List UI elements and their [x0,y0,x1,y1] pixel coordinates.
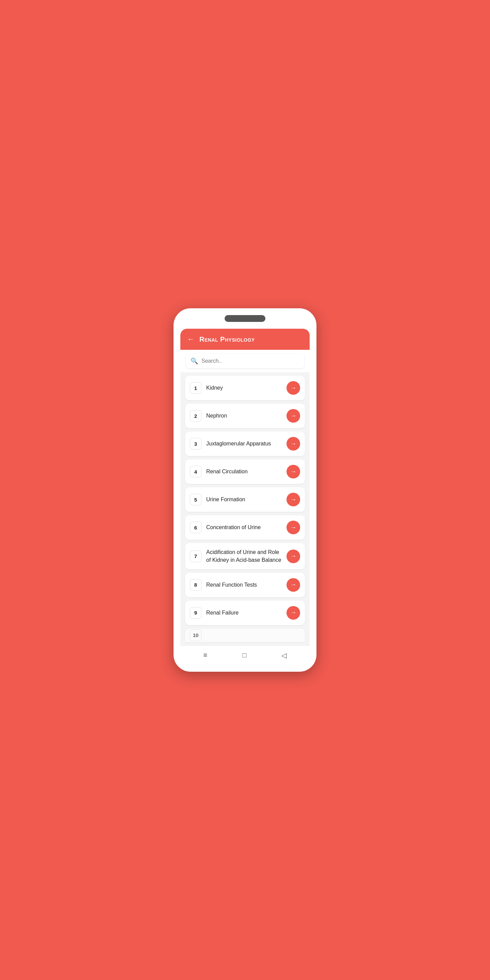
item-label: Renal Circulation [206,468,282,476]
list-item[interactable]: 4 Renal Circulation → [185,460,305,484]
list-item[interactable]: 9 Renal Failure → [185,601,305,625]
arrow-icon: → [290,412,296,420]
arrow-icon: → [290,609,296,616]
partial-list-item: 10 [185,628,305,642]
phone-notch [224,315,266,322]
item-label: Nephron [206,412,282,420]
item-number: 4 [190,466,202,477]
search-input-wrapper: 🔍 [186,354,304,368]
arrow-icon: → [290,553,296,560]
phone-screen: ← Renal Physiology 🔍 1 Kidney → 2 Nephro… [180,329,310,665]
list-item[interactable]: 1 Kidney → [185,375,305,400]
arrow-button[interactable]: → [286,409,300,423]
item-number: 3 [190,438,202,450]
arrow-button[interactable]: → [286,520,300,534]
arrow-button[interactable]: → [286,381,300,395]
app-title: Renal Physiology [199,336,255,343]
arrow-button[interactable]: → [286,606,300,620]
item-label: Urine Formation [206,496,282,503]
item-number: 6 [190,522,202,533]
back-button[interactable]: ← [187,335,195,344]
search-icon: 🔍 [191,357,198,365]
bottom-nav: ≡ □ ◁ [180,646,310,665]
arrow-button[interactable]: → [286,550,300,563]
search-bar-container: 🔍 [180,350,310,372]
list-item[interactable]: 8 Renal Function Tests → [185,573,305,597]
list-item[interactable]: 5 Urine Formation → [185,487,305,512]
item-label: Renal Failure [206,609,282,617]
arrow-button[interactable]: → [286,465,300,479]
item-label: Acidification of Urine and Role of Kidne… [206,549,282,564]
item-label: Kidney [206,384,282,392]
phone-frame: ← Renal Physiology 🔍 1 Kidney → 2 Nephro… [173,308,317,672]
item-number: 2 [190,410,202,422]
arrow-icon: → [290,385,296,392]
item-number: 1 [190,382,202,394]
item-label: Concentration of Urine [206,524,282,531]
arrow-icon: → [290,524,296,531]
back-nav-icon[interactable]: ◁ [282,651,286,659]
item-label: Juxtaglomerular Apparatus [206,440,282,447]
item-label: Renal Function Tests [206,581,282,589]
list-item[interactable]: 6 Concentration of Urine → [185,515,305,540]
list-item[interactable]: 2 Nephron → [185,404,305,428]
arrow-button[interactable]: → [286,493,300,506]
search-input[interactable] [202,358,299,364]
list-item[interactable]: 7 Acidification of Urine and Role of Kid… [185,543,305,569]
arrow-icon: → [290,468,296,476]
item-number: 10 [190,630,202,641]
arrow-button[interactable]: → [286,437,300,450]
item-number: 9 [190,607,202,619]
item-number: 5 [190,494,202,505]
arrow-icon: → [290,440,296,447]
menu-icon[interactable]: ≡ [204,651,208,659]
item-number: 7 [190,550,202,562]
arrow-icon: → [290,496,296,503]
item-number: 8 [190,579,202,591]
arrow-button[interactable]: → [286,578,300,592]
list-item[interactable]: 3 Juxtaglomerular Apparatus → [185,431,305,456]
home-icon[interactable]: □ [242,651,247,659]
app-header: ← Renal Physiology [180,329,310,350]
chapter-list: 1 Kidney → 2 Nephron → 3 Juxtaglomerular… [180,372,310,646]
arrow-icon: → [290,581,296,588]
